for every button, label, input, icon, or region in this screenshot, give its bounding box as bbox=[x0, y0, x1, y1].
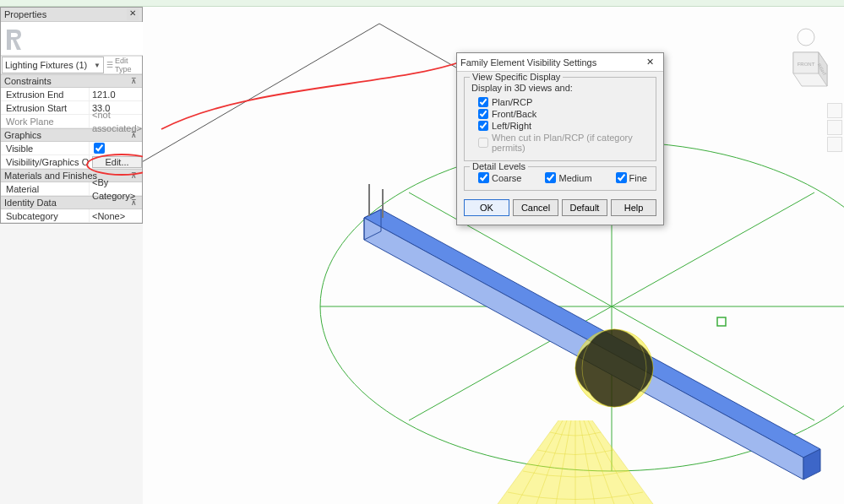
navigation-bar bbox=[827, 101, 844, 270]
medium-checkbox[interactable] bbox=[545, 172, 556, 183]
prop-extrusion-end: Extrusion End 121.0 bbox=[1, 88, 142, 101]
dialog-title: Family Element Visibility Settings bbox=[460, 57, 596, 68]
cancel-button[interactable]: Cancel bbox=[513, 199, 558, 216]
prop-visibility-override: Visibility/Graphics Ov... Edit... bbox=[1, 155, 142, 169]
prop-work-plane: Work Plane <not associated> bbox=[1, 115, 142, 128]
help-button[interactable]: Help bbox=[611, 199, 656, 216]
visible-checkbox[interactable] bbox=[94, 143, 105, 154]
edit-visibility-button[interactable]: Edit... bbox=[92, 156, 142, 168]
viewcube[interactable]: FRONT RIGHT bbox=[776, 27, 836, 95]
left-right-checkbox[interactable] bbox=[478, 121, 488, 131]
fine-checkbox[interactable] bbox=[616, 172, 627, 183]
properties-panel: Properties ✕ Lighting Fixtures (1) ▼ ☰ E… bbox=[0, 7, 143, 224]
svg-text:FRONT: FRONT bbox=[798, 62, 815, 67]
close-icon[interactable]: ✕ bbox=[127, 8, 139, 20]
properties-titlebar[interactable]: Properties ✕ bbox=[1, 8, 142, 22]
group-detail-levels: Detail Levels Coarse Medium Fine bbox=[464, 166, 656, 191]
edit-type-icon: ☰ bbox=[106, 61, 113, 69]
prop-visible: Visible bbox=[1, 142, 142, 155]
svg-point-20 bbox=[582, 329, 646, 407]
coarse-checkbox[interactable] bbox=[478, 172, 489, 183]
svg-point-30 bbox=[798, 29, 814, 46]
default-button[interactable]: Default bbox=[562, 199, 607, 216]
visibility-settings-dialog: Family Element Visibility Settings ✕ Vie… bbox=[456, 52, 664, 225]
plan-rcp-checkbox[interactable] bbox=[478, 97, 488, 107]
collapse-icon[interactable]: ⊼ bbox=[128, 198, 139, 207]
dialog-titlebar[interactable]: Family Element Visibility Settings ✕ bbox=[457, 53, 663, 72]
properties-title: Properties bbox=[4, 9, 46, 19]
type-selector-dropdown[interactable]: Lighting Fixtures (1) ▼ bbox=[2, 57, 104, 73]
collapse-icon[interactable]: ⊼ bbox=[128, 131, 139, 139]
edit-type-label: Edit Type bbox=[115, 57, 142, 73]
prop-subcategory: Subcategory <None> bbox=[1, 209, 142, 223]
chevron-down-icon: ▼ bbox=[94, 62, 103, 69]
when-cut-checkbox bbox=[478, 138, 488, 148]
nav-tool-3[interactable] bbox=[827, 137, 842, 152]
type-preview bbox=[1, 22, 143, 56]
nav-tool-2[interactable] bbox=[827, 120, 842, 135]
value-material[interactable]: <By Category> bbox=[89, 182, 142, 195]
display-in-label: Display in 3D views and: bbox=[471, 83, 649, 93]
close-icon[interactable]: ✕ bbox=[640, 55, 660, 70]
svg-marker-6 bbox=[364, 209, 820, 458]
nav-tool-1[interactable] bbox=[827, 103, 842, 118]
type-selector-value: Lighting Fixtures (1) bbox=[5, 60, 87, 70]
value-work-plane: <not associated> bbox=[89, 115, 142, 127]
collapse-icon[interactable]: ⊼ bbox=[128, 77, 139, 85]
revit-logo-icon bbox=[4, 26, 25, 51]
value-subcategory[interactable]: <None> bbox=[89, 209, 142, 222]
green-strip bbox=[0, 0, 844, 7]
group-view-specific: View Specific Display Display in 3D view… bbox=[464, 77, 656, 161]
value-extrusion-end[interactable]: 121.0 bbox=[89, 88, 142, 100]
prop-material: Material <By Category> bbox=[1, 182, 142, 196]
svg-rect-5 bbox=[717, 317, 726, 326]
edit-type-button[interactable]: ☰ Edit Type bbox=[105, 57, 142, 73]
ok-button[interactable]: OK bbox=[464, 199, 509, 216]
group-header-constraints[interactable]: Constraints ⊼ bbox=[1, 74, 142, 88]
front-back-checkbox[interactable] bbox=[478, 109, 488, 119]
